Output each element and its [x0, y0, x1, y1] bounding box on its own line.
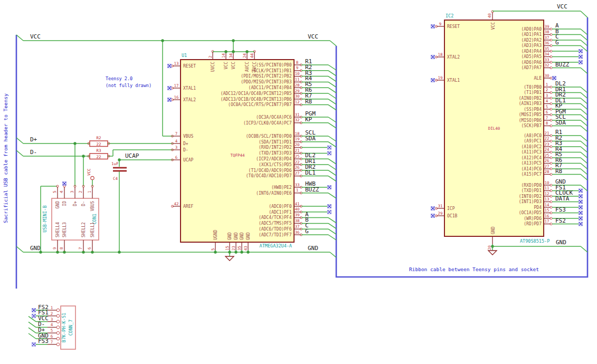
- pin-name: (A11)PC3: [521, 150, 542, 155]
- ic2-reference[interactable]: IC2: [446, 13, 453, 18]
- pin-number: 34: [544, 52, 549, 56]
- net-label[interactable]: DL1: [305, 169, 316, 176]
- r2-value[interactable]: 22: [96, 142, 101, 147]
- pin-name: AVCC: [245, 62, 250, 72]
- net-label-vcc-left[interactable]: VCC: [30, 33, 41, 40]
- teensy-note-line2: (not fully drawn): [106, 83, 151, 88]
- pin-name: (AD1)PA1: [521, 32, 542, 37]
- pin-name: GND: [246, 232, 251, 240]
- pin-name: (XCK1/CTS)PD5: [259, 162, 292, 167]
- pin-number: 37: [544, 35, 549, 40]
- pin-name: (A9)PC1: [524, 139, 542, 143]
- junction-dot: [63, 251, 65, 253]
- r3-value[interactable]: 22: [96, 155, 101, 159]
- pin-name: (PDI/MOSI/PCINT2)PB2: [241, 74, 292, 79]
- pin-name: (AD4)PA4: [521, 49, 542, 54]
- vcc-power-symbol[interactable]: [91, 176, 94, 179]
- pin-name: SHELL4: [55, 222, 60, 237]
- con1-value[interactable]: USB-MINI-B: [42, 205, 48, 232]
- r2-reference[interactable]: R2: [96, 136, 101, 140]
- u1-value[interactable]: TQFP44: [230, 153, 245, 158]
- pin-number: 13: [174, 61, 178, 66]
- net-label-dminus[interactable]: D-: [30, 149, 37, 156]
- wire: [328, 229, 336, 234]
- ic2-value[interactable]: DIL40: [488, 126, 500, 131]
- net-label[interactable]: SDA: [555, 119, 566, 126]
- net-label[interactable]: G: [305, 228, 309, 235]
- c4-value[interactable]: 1uF: [111, 161, 119, 166]
- wire: [29, 328, 36, 333]
- wire: [581, 98, 587, 104]
- net-label-vcc-right[interactable]: VCC: [308, 33, 318, 40]
- net-label[interactable]: FS3: [555, 206, 566, 213]
- c4-reference[interactable]: C4: [113, 176, 118, 181]
- pin-number: 37: [295, 224, 299, 229]
- net-label-vcc-ic2[interactable]: VCC: [557, 3, 567, 10]
- net-label[interactable]: BUZZ: [305, 186, 319, 193]
- pin-name: (RXD/INT2)PD2: [259, 145, 292, 150]
- u1-part-name[interactable]: ATMEGA32U4-A: [260, 243, 292, 248]
- ground-symbol-icon: [488, 251, 497, 255]
- wire: [29, 322, 36, 327]
- pin-number: 2: [78, 190, 83, 193]
- net-label-gnd-ic2[interactable]: GND: [556, 239, 566, 246]
- net-label-ucap[interactable]: UCAP: [125, 152, 139, 159]
- junction-dot: [245, 50, 248, 53]
- net-label[interactable]: BUZZ: [555, 61, 570, 68]
- ic2-part-name[interactable]: AT90S8515-P: [520, 238, 549, 244]
- u1-reference[interactable]: U1: [182, 53, 187, 58]
- pin-number: 7: [78, 247, 83, 250]
- wire: [328, 99, 336, 104]
- pin-name: (ICP3/CLK0/OC4A)PC7: [243, 121, 292, 126]
- pin-name: (SDA/INT1)PD1: [259, 140, 292, 145]
- usb-cable-note: Sacrificial USB cable from header to Tee…: [3, 93, 8, 223]
- wire: [328, 218, 336, 223]
- pin-name: (SCK)PB7: [521, 123, 542, 128]
- net-label-gnd-left[interactable]: GND: [30, 245, 41, 252]
- net-label[interactable]: SDA: [305, 135, 316, 142]
- pin-number: 13: [544, 197, 549, 202]
- pin-name: GND: [491, 226, 496, 234]
- pin-name: VBUS: [183, 134, 193, 139]
- net-label[interactable]: R8: [305, 98, 312, 105]
- pin-number: 10: [544, 180, 549, 185]
- pin-number: 28: [544, 169, 549, 174]
- conn7-reference[interactable]: CONN_7: [68, 320, 73, 336]
- wire: [581, 68, 587, 74]
- wire: [581, 115, 587, 121]
- pin-number: 11: [544, 186, 549, 190]
- net-label-gnd-right[interactable]: GND: [308, 245, 318, 252]
- pin-name: RESET: [447, 24, 460, 29]
- wire: [581, 11, 587, 17]
- pin-number: 24: [544, 147, 549, 152]
- pin-name: XTAL2: [183, 98, 196, 102]
- conn7-value[interactable]: B7K-PH-K-S1: [61, 313, 67, 342]
- net-label[interactable]: FS3: [38, 338, 49, 344]
- pin-end-circle: [56, 309, 60, 312]
- pin-number: 5: [51, 328, 53, 333]
- wire: [328, 165, 336, 170]
- pin-number: 6: [175, 155, 178, 160]
- pin-number: 36: [295, 230, 300, 235]
- net-label[interactable]: FS2: [555, 217, 566, 224]
- pin-name: (INT6/AIN0)PE6: [256, 191, 292, 196]
- net-label[interactable]: G: [555, 39, 559, 46]
- pin-name: SHELL3: [62, 222, 67, 237]
- pin-name: (WR)PD6: [524, 216, 542, 221]
- net-label-dplus[interactable]: D+: [30, 136, 37, 143]
- net-label[interactable]: KP: [305, 116, 312, 123]
- pin-number: 7: [51, 340, 53, 344]
- net-label[interactable]: DATA: [555, 195, 570, 202]
- wire: [16, 138, 23, 143]
- wire: [328, 159, 336, 164]
- pin-number: 14: [221, 53, 226, 58]
- net-label[interactable]: R8: [555, 168, 562, 175]
- pin-name: ICP: [447, 206, 455, 211]
- r3-reference[interactable]: R3: [96, 148, 101, 153]
- pin-name: (A10)PC2: [521, 145, 542, 149]
- pin-name: (OC0B/SCL/INT0)PD0: [246, 134, 292, 139]
- pin-number: 8: [296, 60, 299, 65]
- pin-number: 17: [544, 219, 549, 224]
- pin-number: 32: [295, 118, 299, 122]
- pin-name: (ADC0)PF0: [269, 204, 292, 209]
